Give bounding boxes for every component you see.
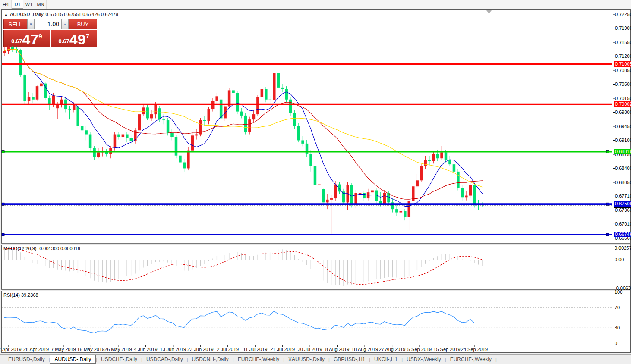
chart-tab-eurusd-daily[interactable]: EURUSD-,Daily <box>4 355 49 363</box>
date-axis-label: 18 Aug 2019 <box>351 347 378 352</box>
rsi-axis-label: 70 <box>615 305 620 310</box>
timeframe-button-w1[interactable]: W1 <box>23 0 35 9</box>
level-price-label-0.66746: 0.66746 <box>614 232 631 237</box>
date-axis-label: 4 Jun 2019 <box>134 347 157 352</box>
buy-button[interactable]: BUY <box>69 19 97 29</box>
buy-price-pip: 7 <box>86 32 89 40</box>
timeframe-button-d1[interactable]: D1 <box>12 0 23 9</box>
sell-quote-button[interactable]: 0.67 47 9 <box>3 30 50 47</box>
price-axis-tick-label: 0.69450 <box>615 124 631 129</box>
chart-tab-gbpusd-h1[interactable]: GBPUSD-,H1 <box>330 355 369 363</box>
chart-tab-usdchf-daily[interactable]: USDCHF-,Daily <box>97 355 141 363</box>
date-axis-label: 11 Jul 2019 <box>243 347 267 352</box>
volume-input[interactable] <box>35 19 61 29</box>
chart-tab-ukoil-h1[interactable]: UKOil-,H1 <box>370 355 401 363</box>
price-axis-tick-label: 0.67710 <box>615 193 631 198</box>
sell-price-prefix: 0.67 <box>11 38 22 44</box>
price-axis-tick-label: 0.67010 <box>615 221 631 226</box>
chart-ohlc-values: 0.67515 0.67551 0.67426 0.67479 <box>46 12 118 17</box>
timeframe-button-mn[interactable]: MN <box>35 0 47 9</box>
sell-button[interactable]: SELL <box>3 19 27 29</box>
date-axis-label: 23 Jun 2019 <box>187 347 214 352</box>
timeframe-button-h4[interactable]: H4 <box>0 0 12 9</box>
price-axis-tick-label: 0.68400 <box>615 166 631 171</box>
volume-decrease-button[interactable]: ▼ <box>27 19 35 29</box>
date-axis-label: 27 Aug 2019 <box>379 347 406 352</box>
date-axis-label: 28 Apr 2019 <box>23 347 49 352</box>
volume-increase-button[interactable]: ▲ <box>61 19 69 29</box>
chart-shift-marker-icon[interactable] <box>486 10 492 13</box>
level-price-label-0.68819: 0.68819 <box>614 149 631 154</box>
chart-symbol-label: AUDUSD-,Daily <box>10 12 44 17</box>
macd-axis-label: 0.00 <box>615 257 624 262</box>
price-axis-divider <box>613 9 613 345</box>
trading-platform-window: H4D1W1MN ▲ AUDUSD-,Daily 0.67515 0.67551… <box>0 0 631 364</box>
rsi-indicator-label: RSI(14) 39.2368 <box>3 292 38 298</box>
level-price-label-0.70002: 0.70002 <box>614 101 631 107</box>
macd-axis-label: 0.002574 <box>615 245 631 251</box>
macd-panel-divider[interactable] <box>1 243 630 245</box>
one-click-trade-panel: SELL ▼ ▲ BUY 0.67 47 9 0.67 49 7 <box>3 19 97 47</box>
date-axis-label: 24 Sep 2019 <box>461 347 488 352</box>
date-axis-label: 13 Jun 2019 <box>160 347 186 352</box>
date-axis-label: 8 Aug 2019 <box>325 347 350 352</box>
buy-quote-button[interactable]: 0.67 49 7 <box>51 30 98 47</box>
buy-price-prefix: 0.67 <box>59 38 69 44</box>
chart-tab-eurchf-weekly[interactable]: EURCHF-,Weekly <box>446 355 495 363</box>
level-price-label-0.67508: 0.67508 <box>614 201 631 207</box>
chart-title: ▲ AUDUSD-,Daily 0.67515 0.67551 0.67426 … <box>4 12 118 17</box>
chart-tab-bar: EURUSD-,Daily|AUDUSD-,Daily|USDCHF-,Dail… <box>0 354 631 364</box>
macd-indicator-label: MACD(12,26,9) -0.001300 0.000016 <box>3 246 80 251</box>
date-axis-label: 15 Sep 2019 <box>433 347 460 352</box>
level-price-label-0.71005: 0.71005 <box>614 61 631 67</box>
price-axis-tick-label: 0.70850 <box>615 68 631 73</box>
date-axis-label: 2 Jul 2019 <box>217 347 239 352</box>
price-axis-tick-label: 0.69100 <box>615 138 631 143</box>
rsi-panel-divider[interactable] <box>1 289 630 291</box>
chart-tab-audusd-daily[interactable]: AUDUSD-,Daily <box>50 355 96 364</box>
price-axis-tick-label: 0.70500 <box>615 82 631 87</box>
spinner-up-icon: ▲ <box>63 22 67 26</box>
date-axis-label: 21 Jul 2019 <box>270 347 295 352</box>
price-axis-tick-label: 0.69800 <box>615 110 631 115</box>
price-axis-tick-label: 0.71200 <box>615 53 631 59</box>
price-axis-tick-label: 0.71550 <box>615 40 631 45</box>
price-axis-tick-label: 0.72250 <box>615 12 631 17</box>
rsi-axis-label: 0 <box>615 341 617 346</box>
chart-tab-usdcad-daily[interactable]: USDCAD-,Daily <box>142 355 187 363</box>
sell-price-pip: 9 <box>38 32 42 40</box>
date-axis-label: 5 Sep 2019 <box>407 347 432 352</box>
chart-tab-xauusd-daily[interactable]: XAUUSD-,Daily <box>284 355 328 363</box>
chart-tab-usdcnh-daily[interactable]: USDCNH-,Daily <box>188 355 233 363</box>
timeframe-toolbar: H4D1W1MN <box>0 0 631 9</box>
date-axis-divider <box>1 345 630 345</box>
sell-price-big: 47 <box>22 33 38 46</box>
date-axis-label: 30 Jul 2019 <box>298 347 322 352</box>
rsi-axis-label: 30 <box>615 325 620 330</box>
chart-tab-eurchf-weekly[interactable]: EURCHF-,Weekly <box>234 355 283 363</box>
date-axis-label: 16 May 2019 <box>77 347 105 352</box>
date-axis-label: 17 Apr 2019 <box>0 347 22 352</box>
price-axis-tick-label: 0.71900 <box>615 25 631 31</box>
rsi-axis-label: 100 <box>615 289 622 295</box>
price-axis-tick-label: 0.70150 <box>615 96 631 101</box>
chart-tab-usdx-weekly[interactable]: USDX-,Weekly <box>403 355 445 363</box>
tab-separator: | <box>495 357 497 362</box>
date-axis-label: 7 May 2019 <box>51 347 76 352</box>
date-axis-label: 26 May 2019 <box>104 347 132 352</box>
collapse-panel-icon[interactable]: ▲ <box>4 13 8 16</box>
price-axis-tick-label: 0.68050 <box>615 180 631 185</box>
buy-price-big: 49 <box>69 33 86 46</box>
spinner-down-icon: ▼ <box>29 22 33 26</box>
